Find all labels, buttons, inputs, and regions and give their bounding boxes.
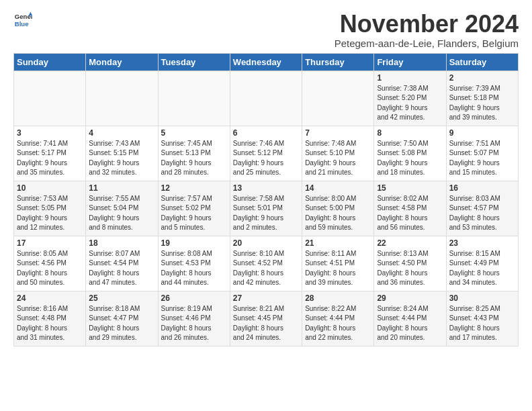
day-info: Sunrise: 7:57 AM Sunset: 5:02 PM Dayligh… [161,194,227,233]
calendar: Sunday Monday Tuesday Wednesday Thursday… [13,53,519,347]
calendar-cell-w1-d5 [302,71,374,126]
day-number: 28 [305,293,371,303]
week-row-2: 3Sunrise: 7:41 AM Sunset: 5:17 PM Daylig… [14,126,519,181]
day-number: 22 [377,238,443,248]
calendar-cell-w5-d3: 26Sunrise: 8:19 AM Sunset: 4:46 PM Dayli… [158,291,230,346]
calendar-cell-w4-d5: 21Sunrise: 8:11 AM Sunset: 4:51 PM Dayli… [302,236,374,291]
calendar-cell-w5-d2: 25Sunrise: 8:18 AM Sunset: 4:47 PM Dayli… [86,291,158,346]
day-info: Sunrise: 7:39 AM Sunset: 5:18 PM Dayligh… [449,84,515,123]
day-info: Sunrise: 8:03 AM Sunset: 4:57 PM Dayligh… [449,194,515,233]
calendar-cell-w3-d2: 11Sunrise: 7:55 AM Sunset: 5:04 PM Dayli… [86,181,158,236]
day-number: 24 [17,293,83,303]
day-info: Sunrise: 8:13 AM Sunset: 4:50 PM Dayligh… [377,249,443,288]
day-info: Sunrise: 7:53 AM Sunset: 5:05 PM Dayligh… [17,194,83,233]
header-sunday: Sunday [14,53,86,71]
day-number: 11 [89,183,154,193]
header-saturday: Saturday [446,53,518,71]
day-info: Sunrise: 8:00 AM Sunset: 5:00 PM Dayligh… [305,194,371,233]
day-number: 5 [161,128,227,138]
day-number: 4 [89,128,154,138]
calendar-cell-w3-d6: 15Sunrise: 8:02 AM Sunset: 4:58 PM Dayli… [374,181,446,236]
calendar-cell-w1-d6: 1Sunrise: 7:38 AM Sunset: 5:20 PM Daylig… [374,71,446,126]
title-block: November 2024 Petegem-aan-de-Leie, Fland… [335,11,519,49]
logo-icon: General Blue [13,11,32,30]
day-number: 1 [377,73,443,83]
day-info: Sunrise: 8:25 AM Sunset: 4:43 PM Dayligh… [449,304,515,343]
day-info: Sunrise: 7:38 AM Sunset: 5:20 PM Dayligh… [377,84,443,123]
calendar-cell-w2-d7: 9Sunrise: 7:51 AM Sunset: 5:07 PM Daylig… [446,126,518,181]
day-info: Sunrise: 8:24 AM Sunset: 4:44 PM Dayligh… [377,304,443,343]
day-number: 12 [161,183,227,193]
day-number: 23 [449,238,515,248]
day-info: Sunrise: 8:02 AM Sunset: 4:58 PM Dayligh… [377,194,443,233]
day-number: 30 [449,293,515,303]
calendar-cell-w4-d3: 19Sunrise: 8:08 AM Sunset: 4:53 PM Dayli… [158,236,230,291]
calendar-cell-w1-d2 [86,71,158,126]
calendar-cell-w3-d5: 14Sunrise: 8:00 AM Sunset: 5:00 PM Dayli… [302,181,374,236]
day-number: 2 [449,73,515,83]
svg-text:Blue: Blue [15,20,29,28]
day-info: Sunrise: 7:43 AM Sunset: 5:15 PM Dayligh… [89,139,154,178]
day-number: 27 [233,293,299,303]
page-container: General Blue November 2024 Petegem-aan-d… [0,0,532,353]
day-number: 19 [161,238,227,248]
day-number: 6 [233,128,299,138]
logo: General Blue [13,11,32,30]
day-number: 3 [17,128,83,138]
day-info: Sunrise: 8:08 AM Sunset: 4:53 PM Dayligh… [161,249,227,288]
calendar-cell-w2-d6: 8Sunrise: 7:50 AM Sunset: 5:08 PM Daylig… [374,126,446,181]
header-thursday: Thursday [302,53,374,71]
day-info: Sunrise: 8:21 AM Sunset: 4:45 PM Dayligh… [233,304,299,343]
day-info: Sunrise: 7:50 AM Sunset: 5:08 PM Dayligh… [377,139,443,178]
day-number: 15 [377,183,443,193]
day-number: 10 [17,183,83,193]
calendar-cell-w5-d4: 27Sunrise: 8:21 AM Sunset: 4:45 PM Dayli… [230,291,302,346]
day-info: Sunrise: 7:55 AM Sunset: 5:04 PM Dayligh… [89,194,154,233]
day-info: Sunrise: 8:10 AM Sunset: 4:52 PM Dayligh… [233,249,299,288]
subtitle: Petegem-aan-de-Leie, Flanders, Belgium [335,38,519,49]
day-number: 18 [89,238,154,248]
day-info: Sunrise: 8:05 AM Sunset: 4:56 PM Dayligh… [17,249,83,288]
week-row-1: 1Sunrise: 7:38 AM Sunset: 5:20 PM Daylig… [14,71,519,126]
calendar-cell-w3-d7: 16Sunrise: 8:03 AM Sunset: 4:57 PM Dayli… [446,181,518,236]
calendar-cell-w1-d1 [14,71,86,126]
day-number: 14 [305,183,371,193]
calendar-cell-w1-d4 [230,71,302,126]
header-monday: Monday [86,53,158,71]
calendar-header-row: Sunday Monday Tuesday Wednesday Thursday… [14,53,519,71]
calendar-cell-w4-d6: 22Sunrise: 8:13 AM Sunset: 4:50 PM Dayli… [374,236,446,291]
calendar-cell-w2-d1: 3Sunrise: 7:41 AM Sunset: 5:17 PM Daylig… [14,126,86,181]
day-number: 25 [89,293,154,303]
calendar-cell-w4-d2: 18Sunrise: 8:07 AM Sunset: 4:54 PM Dayli… [86,236,158,291]
calendar-cell-w4-d4: 20Sunrise: 8:10 AM Sunset: 4:52 PM Dayli… [230,236,302,291]
calendar-cell-w2-d5: 7Sunrise: 7:48 AM Sunset: 5:10 PM Daylig… [302,126,374,181]
day-number: 16 [449,183,515,193]
day-number: 13 [233,183,299,193]
header: General Blue November 2024 Petegem-aan-d… [13,11,519,49]
calendar-cell-w5-d1: 24Sunrise: 8:16 AM Sunset: 4:48 PM Dayli… [14,291,86,346]
calendar-cell-w1-d7: 2Sunrise: 7:39 AM Sunset: 5:18 PM Daylig… [446,71,518,126]
day-number: 20 [233,238,299,248]
day-info: Sunrise: 7:45 AM Sunset: 5:13 PM Dayligh… [161,139,227,178]
day-number: 8 [377,128,443,138]
day-info: Sunrise: 8:07 AM Sunset: 4:54 PM Dayligh… [89,249,154,288]
calendar-cell-w2-d2: 4Sunrise: 7:43 AM Sunset: 5:15 PM Daylig… [86,126,158,181]
calendar-cell-w5-d6: 29Sunrise: 8:24 AM Sunset: 4:44 PM Dayli… [374,291,446,346]
day-number: 29 [377,293,443,303]
day-info: Sunrise: 8:15 AM Sunset: 4:49 PM Dayligh… [449,249,515,288]
header-tuesday: Tuesday [158,53,230,71]
calendar-cell-w4-d1: 17Sunrise: 8:05 AM Sunset: 4:56 PM Dayli… [14,236,86,291]
calendar-cell-w2-d4: 6Sunrise: 7:46 AM Sunset: 5:12 PM Daylig… [230,126,302,181]
day-info: Sunrise: 7:41 AM Sunset: 5:17 PM Dayligh… [17,139,83,178]
day-number: 17 [17,238,83,248]
day-info: Sunrise: 8:11 AM Sunset: 4:51 PM Dayligh… [305,249,371,288]
day-number: 7 [305,128,371,138]
day-info: Sunrise: 8:19 AM Sunset: 4:46 PM Dayligh… [161,304,227,343]
day-info: Sunrise: 7:51 AM Sunset: 5:07 PM Dayligh… [449,139,515,178]
day-info: Sunrise: 7:46 AM Sunset: 5:12 PM Dayligh… [233,139,299,178]
calendar-cell-w3-d4: 13Sunrise: 7:58 AM Sunset: 5:01 PM Dayli… [230,181,302,236]
calendar-cell-w3-d1: 10Sunrise: 7:53 AM Sunset: 5:05 PM Dayli… [14,181,86,236]
day-info: Sunrise: 8:18 AM Sunset: 4:47 PM Dayligh… [89,304,154,343]
calendar-cell-w4-d7: 23Sunrise: 8:15 AM Sunset: 4:49 PM Dayli… [446,236,518,291]
day-info: Sunrise: 7:48 AM Sunset: 5:10 PM Dayligh… [305,139,371,178]
